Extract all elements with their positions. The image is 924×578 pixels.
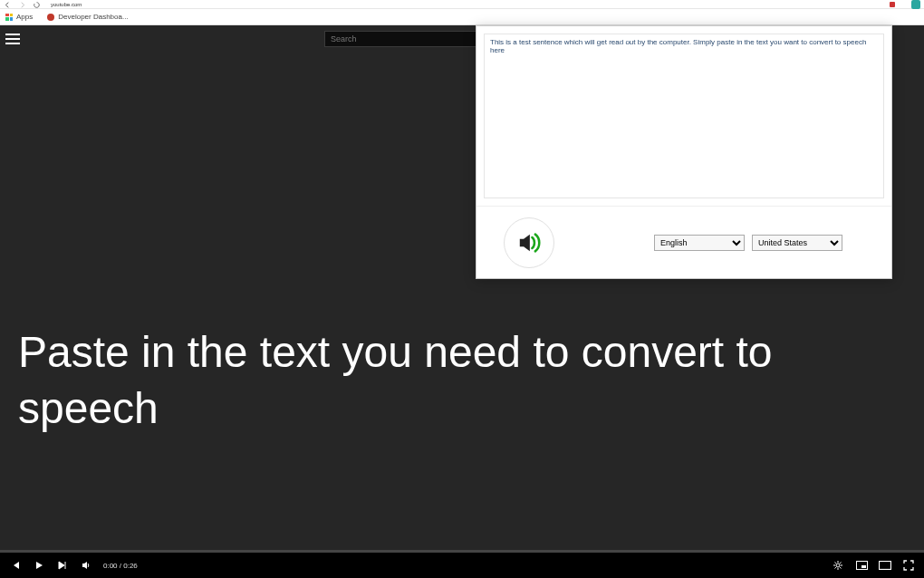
language-select[interactable]: English <box>654 235 745 251</box>
time-display: 0:00 / 0:26 <box>103 562 138 570</box>
forward-button[interactable] <box>18 1 25 8</box>
reload-button[interactable] <box>33 1 40 8</box>
svg-rect-3 <box>880 562 891 570</box>
svg-point-0 <box>836 564 840 567</box>
video-stage: Paste in the text you need to convert to… <box>0 25 924 578</box>
back-button[interactable] <box>4 1 11 8</box>
video-controls: 0:00 / 0:26 <box>0 553 924 578</box>
address-bar[interactable]: youtube.com <box>47 2 882 7</box>
tts-popup: English United States <box>476 25 892 279</box>
bookmark-favicon <box>47 14 54 21</box>
miniplayer-button[interactable] <box>855 559 868 572</box>
bookmark-label: Developer Dashboa... <box>58 13 128 21</box>
bookmark-label: Apps <box>16 13 33 21</box>
fullscreen-button[interactable] <box>902 559 915 572</box>
theater-button[interactable] <box>879 559 891 572</box>
play-button[interactable] <box>33 559 45 572</box>
region-select[interactable]: United States <box>752 235 842 251</box>
tts-popup-footer: English United States <box>476 206 891 278</box>
speak-button[interactable] <box>504 217 554 268</box>
search-input[interactable] <box>324 31 487 47</box>
tts-extension-icon[interactable] <box>911 0 920 9</box>
bookmark-developer-dashboard[interactable]: Developer Dashboa... <box>47 13 128 21</box>
apps-grid-icon <box>5 14 13 21</box>
hamburger-menu-button[interactable] <box>5 29 25 49</box>
bookmark-bar: Apps Developer Dashboa... <box>0 9 924 25</box>
settings-button[interactable] <box>832 559 844 572</box>
previous-button[interactable] <box>9 559 22 572</box>
tts-text-input[interactable] <box>484 34 884 198</box>
speaker-icon <box>514 227 544 258</box>
bookmark-apps[interactable]: Apps <box>5 13 33 21</box>
next-button[interactable] <box>56 559 69 572</box>
video-caption-text: Paste in the text you need to convert to… <box>18 324 888 438</box>
extension-badge-icon[interactable] <box>890 2 895 7</box>
svg-rect-2 <box>861 565 866 568</box>
generic-icon <box>900 2 906 7</box>
browser-toolbar: youtube.com <box>0 0 924 9</box>
volume-button[interactable] <box>80 559 92 572</box>
